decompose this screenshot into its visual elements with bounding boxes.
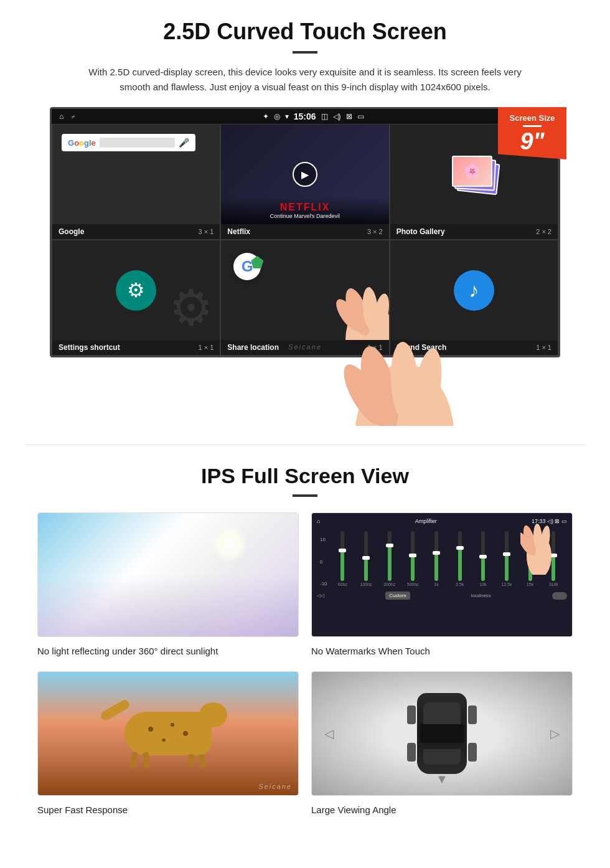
google-cell-content: Google 🎤: [52, 125, 220, 224]
amp-hand-svg: [520, 519, 558, 575]
car-arrow: ▼: [436, 772, 448, 786]
app-grid-row1: Google 🎤 Google 3 × 1: [52, 124, 558, 240]
amp-footer: ◁◁ Custom loudness: [317, 592, 567, 600]
feature-grid: No light reflecting under 360° direct su…: [37, 512, 573, 818]
netflix-play-button[interactable]: ▶: [293, 162, 317, 187]
sound-label-row: Sound Search 1 × 1: [390, 340, 558, 355]
amp-track-8: [505, 531, 509, 581]
amp-label-2: 100hz: [360, 582, 372, 587]
cheetah-watermark: Seicane: [258, 783, 292, 790]
amp-title: Amplifier: [415, 518, 437, 524]
screen-size-badge: Screen Size 9": [498, 107, 566, 159]
feature-car: ▼ ◁ ▷ Large Viewing Angle: [311, 671, 573, 818]
app-grid-row2: ⚙ ⚙ Settings shortcut 1 × 1: [52, 240, 558, 356]
app-cell-settings[interactable]: ⚙ ⚙ Settings shortcut 1 × 1: [52, 240, 220, 356]
amp-equalizer: 10 0 -10 60hz: [317, 527, 567, 590]
share-g-icon-wrapper: G: [233, 253, 261, 280]
car-body: ▼: [417, 693, 467, 774]
amp-bar-6: 2.5k: [449, 531, 471, 587]
google-search-input[interactable]: [100, 138, 176, 148]
settings-label-size: 1 × 1: [199, 344, 214, 351]
google-label-name: Google: [59, 227, 84, 236]
amp-bar-5: 1k: [426, 531, 447, 587]
google-mic-icon[interactable]: 🎤: [179, 138, 189, 148]
amp-bar-2: 100hz: [355, 531, 377, 587]
amp-track-5: [434, 531, 438, 581]
car-wheel-fr: [468, 705, 477, 724]
amp-label-3: 200hz: [383, 582, 395, 587]
android-screen: ⌂ ⌿ ✦ ◎ ▾ 15:06 ◫ ◁) ⊠ ▭: [50, 107, 560, 357]
amp-fill-8: [505, 555, 509, 581]
amp-handle-1: [339, 549, 346, 552]
badge-label: Screen Size: [503, 113, 561, 123]
settings-label-name: Settings shortcut: [59, 343, 120, 352]
amp-bar-8: 12.5k: [496, 531, 517, 587]
netflix-label-name: Netflix: [227, 227, 250, 236]
amp-label-4: 500hz: [407, 582, 419, 587]
google-search-bar[interactable]: Google 🎤: [62, 134, 195, 151]
section2: IPS Full Screen View No light reflecting…: [0, 445, 610, 830]
netflix-cell-content: ▶ NETFLIX Continue Marvel's Daredevil: [221, 125, 388, 224]
status-time: 15:06: [294, 111, 316, 121]
amp-handle-7: [479, 555, 487, 559]
amp-loudness-toggle[interactable]: [552, 592, 567, 600]
app-cell-netflix[interactable]: ▶ NETFLIX Continue Marvel's Daredevil Ne…: [220, 124, 389, 240]
amp-handle-4: [409, 554, 416, 557]
sound-label-name: Sound Search: [396, 343, 447, 352]
app-cell-google[interactable]: Google 🎤 Google 3 × 1: [52, 124, 220, 240]
amp-handle-2: [362, 556, 370, 560]
amp-handle-8: [503, 552, 510, 556]
usb-icon: ⌿: [71, 112, 75, 121]
amp-bar-3: 200hz: [379, 531, 400, 587]
amp-fill-2: [364, 559, 368, 581]
cheetah-leg-rl: [198, 753, 207, 768]
section2-title: IPS Full Screen View: [37, 464, 573, 488]
app-cell-sound[interactable]: ♪ Sound Search 1 × 1: [390, 240, 558, 356]
share-label-name: Share location: [227, 343, 279, 352]
sunlight-visual: [38, 513, 298, 636]
cheetah-leg-fr: [143, 752, 150, 768]
amplifier-label: No Watermarks When Touch: [311, 643, 573, 659]
amp-track-4: [411, 531, 415, 581]
feature-amplifier: ⌂ Amplifier 17:33 ◁) ⊠ ▭ 10 0 -10: [311, 512, 573, 659]
home-icon[interactable]: ⌂: [59, 112, 63, 121]
gallery-label-name: Photo Gallery: [396, 227, 445, 236]
sound-icon-circle: ♪: [454, 270, 494, 311]
car-visual: ▼ ◁ ▷: [312, 672, 572, 795]
amp-handle-3: [386, 544, 393, 547]
view-angle-right: ▷: [550, 726, 560, 741]
section2-title-underline: [293, 494, 317, 497]
netflix-logo: NETFLIX: [226, 202, 383, 213]
cheetah-head: [199, 702, 227, 727]
hand-svg: [314, 259, 389, 340]
car-wheel-fl: [407, 705, 416, 724]
feature-amplifier-image: ⌂ Amplifier 17:33 ◁) ⊠ ▭ 10 0 -10: [311, 512, 573, 637]
bluetooth-icon: ✦: [263, 112, 269, 121]
car-rear: [423, 749, 461, 765]
amp-label-1: 60hz: [338, 582, 347, 587]
screen-icon: ▭: [357, 112, 364, 121]
settings-label-row: Settings shortcut 1 × 1: [52, 340, 220, 355]
badge-line: [523, 125, 542, 127]
sound-cell-content: ♪: [390, 240, 558, 340]
amp-fill-6: [458, 549, 462, 581]
amp-track-7: [481, 531, 485, 581]
gallery-label-size: 2 × 2: [536, 228, 551, 235]
amp-bar-7: 10k: [472, 531, 494, 587]
device-wrapper: Screen Size 9" ⌂ ⌿ ✦ ◎ ▾ 15:06 ◫ ◁) ⊠: [50, 107, 560, 407]
car-wheel-rr: [468, 743, 477, 762]
sunlight-rays: [211, 526, 248, 563]
app-cell-share[interactable]: G: [220, 240, 389, 356]
feature-car-image: ▼ ◁ ▷: [311, 671, 573, 796]
status-bar-left: ⌂ ⌿: [59, 112, 75, 121]
amp-custom-btn[interactable]: Custom: [385, 592, 410, 600]
amp-left-labels: 10 0 -10: [320, 537, 327, 587]
netflix-subtitle: Continue Marvel's Daredevil: [226, 213, 383, 219]
amp-label-10: SUB: [549, 582, 558, 587]
gallery-label-row: Photo Gallery 2 × 2: [390, 224, 558, 239]
feature-sunlight: No light reflecting under 360° direct su…: [37, 512, 299, 659]
status-bar: ⌂ ⌿ ✦ ◎ ▾ 15:06 ◫ ◁) ⊠ ▭: [52, 109, 558, 124]
feature-cheetah: Seicane Super Fast Response: [37, 671, 299, 818]
amp-home-icon: ⌂: [317, 518, 320, 524]
amp-fill-7: [481, 557, 485, 581]
